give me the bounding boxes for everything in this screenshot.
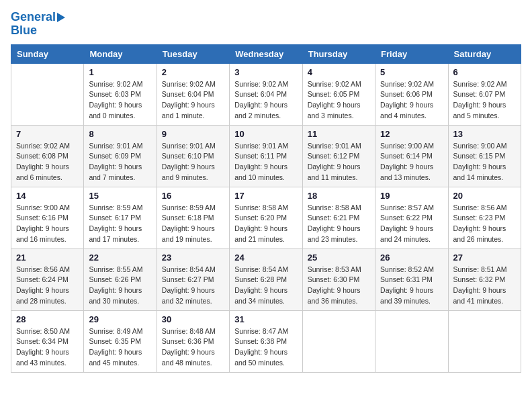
day-info: Sunrise: 9:02 AMSunset: 6:05 PMDaylight:… <box>308 79 370 122</box>
weekday-header-monday: Monday <box>84 44 157 63</box>
day-number: 8 <box>89 129 151 139</box>
day-number: 5 <box>380 67 443 77</box>
day-cell: 5Sunrise: 9:02 AMSunset: 6:06 PMDaylight… <box>375 63 448 125</box>
day-number: 12 <box>380 129 443 139</box>
day-number: 30 <box>162 314 224 324</box>
day-info: Sunrise: 8:54 AMSunset: 6:28 PMDaylight:… <box>234 265 297 307</box>
day-cell: 30Sunrise: 8:48 AMSunset: 6:36 PMDayligh… <box>157 310 229 372</box>
day-cell: 13Sunrise: 9:00 AMSunset: 6:15 PMDayligh… <box>448 125 521 187</box>
day-number: 29 <box>89 314 151 324</box>
day-cell: 18Sunrise: 8:58 AMSunset: 6:21 PMDayligh… <box>302 187 375 248</box>
logo-text-block: General Blue <box>11 11 65 38</box>
day-cell: 12Sunrise: 9:00 AMSunset: 6:14 PMDayligh… <box>375 125 448 187</box>
day-number: 4 <box>308 67 370 77</box>
day-cell: 2Sunrise: 9:02 AMSunset: 6:04 PMDaylight… <box>157 63 229 125</box>
day-info: Sunrise: 9:01 AMSunset: 6:10 PMDaylight:… <box>162 141 224 183</box>
day-info: Sunrise: 8:52 AMSunset: 6:31 PMDaylight:… <box>380 265 443 307</box>
day-info: Sunrise: 9:02 AMSunset: 6:03 PMDaylight:… <box>89 79 151 122</box>
day-cell: 17Sunrise: 8:58 AMSunset: 6:20 PMDayligh… <box>230 187 302 248</box>
weekday-header-saturday: Saturday <box>448 44 521 63</box>
day-info: Sunrise: 8:48 AMSunset: 6:36 PMDaylight:… <box>162 326 224 369</box>
weekday-header-thursday: Thursday <box>302 44 375 63</box>
day-cell: 21Sunrise: 8:56 AMSunset: 6:24 PMDayligh… <box>11 248 84 310</box>
weekday-header-tuesday: Tuesday <box>157 44 229 63</box>
day-number: 23 <box>162 253 224 263</box>
day-number: 16 <box>162 191 224 201</box>
week-row-4: 21Sunrise: 8:56 AMSunset: 6:24 PMDayligh… <box>11 248 521 310</box>
day-info: Sunrise: 8:56 AMSunset: 6:23 PMDaylight:… <box>453 203 516 245</box>
day-cell: 22Sunrise: 8:55 AMSunset: 6:26 PMDayligh… <box>84 248 157 310</box>
day-number: 27 <box>453 253 516 263</box>
day-number: 9 <box>162 129 224 139</box>
day-info: Sunrise: 9:00 AMSunset: 6:16 PMDaylight:… <box>16 203 79 245</box>
week-row-2: 7Sunrise: 9:02 AMSunset: 6:08 PMDaylight… <box>11 125 521 187</box>
day-number: 11 <box>308 129 370 139</box>
day-info: Sunrise: 9:01 AMSunset: 6:09 PMDaylight:… <box>89 141 151 183</box>
day-cell: 4Sunrise: 9:02 AMSunset: 6:05 PMDaylight… <box>302 63 375 125</box>
day-info: Sunrise: 8:54 AMSunset: 6:27 PMDaylight:… <box>162 265 224 307</box>
logo: General Blue <box>11 11 65 38</box>
weekday-header-sunday: Sunday <box>11 44 84 63</box>
day-cell: 16Sunrise: 8:59 AMSunset: 6:18 PMDayligh… <box>157 187 229 248</box>
day-number: 18 <box>308 191 370 201</box>
calendar-table: SundayMondayTuesdayWednesdayThursdayFrid… <box>11 44 521 373</box>
weekday-header-row: SundayMondayTuesdayWednesdayThursdayFrid… <box>11 44 521 63</box>
day-number: 26 <box>380 253 443 263</box>
day-cell: 31Sunrise: 8:47 AMSunset: 6:38 PMDayligh… <box>230 310 302 372</box>
day-number: 2 <box>162 67 224 77</box>
day-cell: 24Sunrise: 8:54 AMSunset: 6:28 PMDayligh… <box>230 248 302 310</box>
day-number: 20 <box>453 191 516 201</box>
day-info: Sunrise: 8:56 AMSunset: 6:24 PMDaylight:… <box>16 265 79 307</box>
day-cell <box>302 310 375 372</box>
day-info: Sunrise: 9:01 AMSunset: 6:11 PMDaylight:… <box>234 141 297 183</box>
day-cell: 23Sunrise: 8:54 AMSunset: 6:27 PMDayligh… <box>157 248 229 310</box>
day-info: Sunrise: 8:49 AMSunset: 6:35 PMDaylight:… <box>89 326 151 369</box>
day-number: 31 <box>234 314 297 324</box>
day-number: 15 <box>89 191 151 201</box>
day-cell: 20Sunrise: 8:56 AMSunset: 6:23 PMDayligh… <box>448 187 521 248</box>
day-info: Sunrise: 8:53 AMSunset: 6:30 PMDaylight:… <box>308 265 370 307</box>
week-row-1: 1Sunrise: 9:02 AMSunset: 6:03 PMDaylight… <box>11 63 521 125</box>
day-number: 25 <box>308 253 370 263</box>
day-cell: 27Sunrise: 8:51 AMSunset: 6:32 PMDayligh… <box>448 248 521 310</box>
week-row-3: 14Sunrise: 9:00 AMSunset: 6:16 PMDayligh… <box>11 187 521 248</box>
day-info: Sunrise: 8:59 AMSunset: 6:17 PMDaylight:… <box>89 203 151 245</box>
day-info: Sunrise: 8:55 AMSunset: 6:26 PMDaylight:… <box>89 265 151 307</box>
day-info: Sunrise: 9:01 AMSunset: 6:12 PMDaylight:… <box>308 141 370 183</box>
weekday-header-friday: Friday <box>375 44 448 63</box>
day-info: Sunrise: 9:02 AMSunset: 6:04 PMDaylight:… <box>162 79 224 122</box>
day-info: Sunrise: 8:51 AMSunset: 6:32 PMDaylight:… <box>453 265 516 307</box>
day-info: Sunrise: 9:02 AMSunset: 6:08 PMDaylight:… <box>16 141 79 183</box>
day-info: Sunrise: 9:02 AMSunset: 6:04 PMDaylight:… <box>234 79 297 122</box>
day-cell: 25Sunrise: 8:53 AMSunset: 6:30 PMDayligh… <box>302 248 375 310</box>
day-number: 13 <box>453 129 516 139</box>
day-cell: 6Sunrise: 9:02 AMSunset: 6:07 PMDaylight… <box>448 63 521 125</box>
day-info: Sunrise: 9:00 AMSunset: 6:15 PMDaylight:… <box>453 141 516 183</box>
day-number: 6 <box>453 67 516 77</box>
day-cell: 11Sunrise: 9:01 AMSunset: 6:12 PMDayligh… <box>302 125 375 187</box>
logo-arrow-icon <box>57 13 65 22</box>
day-number: 24 <box>234 253 297 263</box>
day-cell: 26Sunrise: 8:52 AMSunset: 6:31 PMDayligh… <box>375 248 448 310</box>
day-info: Sunrise: 8:57 AMSunset: 6:22 PMDaylight:… <box>380 203 443 245</box>
logo-general: General <box>11 10 56 24</box>
day-cell: 28Sunrise: 8:50 AMSunset: 6:34 PMDayligh… <box>11 310 84 372</box>
day-cell: 3Sunrise: 9:02 AMSunset: 6:04 PMDaylight… <box>230 63 302 125</box>
week-row-5: 28Sunrise: 8:50 AMSunset: 6:34 PMDayligh… <box>11 310 521 372</box>
day-cell <box>11 63 84 125</box>
weekday-header-wednesday: Wednesday <box>230 44 302 63</box>
day-number: 7 <box>16 129 79 139</box>
day-cell: 14Sunrise: 9:00 AMSunset: 6:16 PMDayligh… <box>11 187 84 248</box>
day-cell: 29Sunrise: 8:49 AMSunset: 6:35 PMDayligh… <box>84 310 157 372</box>
day-info: Sunrise: 9:02 AMSunset: 6:07 PMDaylight:… <box>453 79 516 122</box>
day-number: 22 <box>89 253 151 263</box>
day-info: Sunrise: 8:47 AMSunset: 6:38 PMDaylight:… <box>234 326 297 369</box>
day-info: Sunrise: 8:59 AMSunset: 6:18 PMDaylight:… <box>162 203 224 245</box>
day-cell: 9Sunrise: 9:01 AMSunset: 6:10 PMDaylight… <box>157 125 229 187</box>
day-cell <box>448 310 521 372</box>
page-header: General Blue <box>11 11 521 38</box>
day-cell: 15Sunrise: 8:59 AMSunset: 6:17 PMDayligh… <box>84 187 157 248</box>
day-cell: 19Sunrise: 8:57 AMSunset: 6:22 PMDayligh… <box>375 187 448 248</box>
day-number: 28 <box>16 314 79 324</box>
day-number: 10 <box>234 129 297 139</box>
